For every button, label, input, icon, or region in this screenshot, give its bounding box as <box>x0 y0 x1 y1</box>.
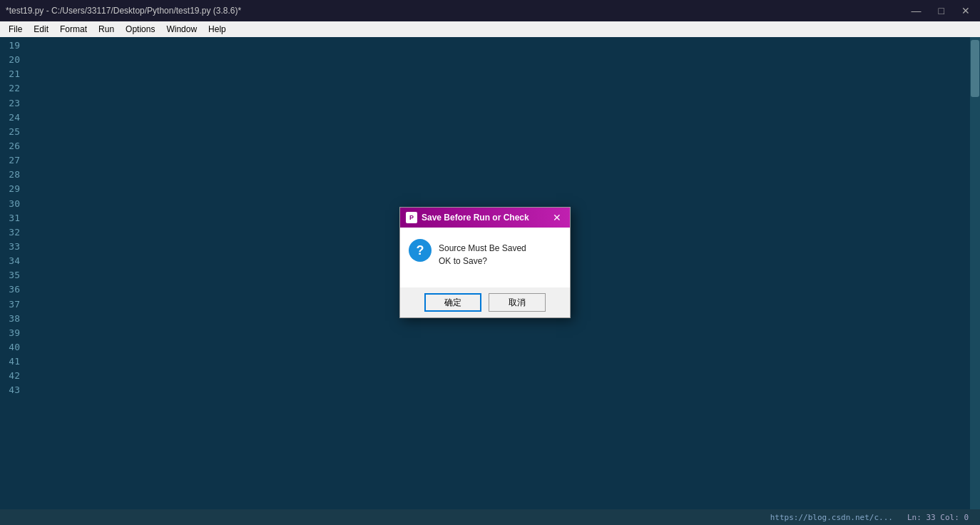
dialog-titlebar: P Save Before Run or Check ✕ <box>400 208 570 228</box>
dialog-message-text: Source Must Be Saved OK to Save? <box>439 239 526 267</box>
dialog-cancel-button[interactable]: 取消 <box>489 293 546 312</box>
dialog-close-button[interactable]: ✕ <box>550 212 564 223</box>
dialog-title: Save Before Run or Check <box>422 213 546 223</box>
dialog-message-row: ? Source Must Be Saved OK to Save? <box>409 239 561 267</box>
modal-overlay: P Save Before Run or Check ✕ ? Source Mu… <box>0 0 980 525</box>
dialog-message-line1: Source Must Be Saved <box>439 242 526 255</box>
dialog-body: ? Source Must Be Saved OK to Save? <box>400 228 570 287</box>
dialog-buttons: 确定 取消 <box>400 287 570 317</box>
dialog: P Save Before Run or Check ✕ ? Source Mu… <box>399 207 571 318</box>
dialog-message-line2: OK to Save? <box>439 255 526 267</box>
dialog-app-icon: P <box>406 212 417 223</box>
dialog-ok-button[interactable]: 确定 <box>424 293 481 312</box>
question-icon: ? <box>409 239 432 262</box>
